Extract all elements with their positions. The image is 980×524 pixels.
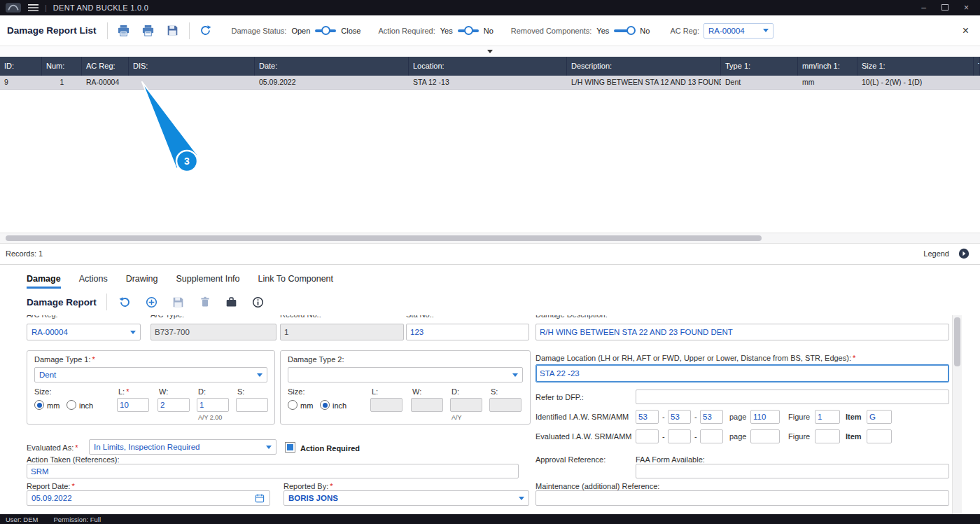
print-preview-icon[interactable] (140, 22, 157, 39)
sta-number-field[interactable] (406, 324, 529, 340)
tab-actions[interactable]: Actions (79, 274, 108, 289)
horizontal-scrollbar[interactable] (0, 233, 980, 244)
refresh-icon[interactable] (197, 22, 214, 39)
identified-item-field[interactable] (867, 410, 892, 424)
vertical-scrollbar[interactable] (952, 315, 962, 514)
column-header-description[interactable]: Description: (567, 57, 721, 76)
column-header-acreg[interactable]: AC Reg: (82, 57, 129, 76)
damage-type1-select[interactable]: Dent (34, 367, 267, 382)
column-header-dis[interactable]: DIS: (129, 57, 255, 76)
cell-date: 05.09.2022 (255, 76, 409, 89)
tab-drawing[interactable]: Drawing (126, 274, 158, 289)
approval-reference-field[interactable] (636, 464, 949, 478)
panel-close-icon[interactable]: × (962, 25, 973, 37)
removed-components-toggle[interactable] (614, 26, 635, 35)
evaluated-figure-field[interactable] (815, 429, 840, 443)
d2-field (450, 398, 482, 412)
evaluated-as-select[interactable]: In Limits, Inspection Required (89, 439, 276, 455)
vertical-scrollbar-thumb[interactable] (954, 317, 960, 366)
hamburger-menu-icon[interactable] (27, 0, 38, 16)
damage-location-field[interactable] (536, 364, 949, 382)
damage-location-label: Damage Location (LH or RH, AFT or FWD, U… (536, 354, 855, 362)
dash: - (694, 432, 697, 441)
identified-subject-field[interactable] (700, 410, 723, 424)
s2-label: S: (491, 387, 498, 396)
ac-reg-filter-select[interactable]: RA-00004 (704, 23, 774, 39)
column-header-type1[interactable]: Type 1: (721, 57, 798, 76)
damage-type2-select[interactable] (288, 367, 523, 382)
collapse-panel-icon[interactable] (487, 50, 493, 53)
d1-field[interactable] (197, 398, 229, 412)
records-bar: Records: 1 Legend (0, 243, 980, 265)
identified-chapter-field[interactable] (636, 410, 659, 424)
l1-field[interactable] (117, 398, 149, 412)
ac-reg-select[interactable]: RA-00004 (27, 324, 141, 340)
reported-by-select[interactable]: BORIS JONS (284, 490, 529, 506)
unit2-mm-radio[interactable]: mm (288, 400, 313, 410)
calendar-icon[interactable] (254, 492, 265, 504)
maintenance-reference-field[interactable] (536, 490, 949, 506)
removed-components-yes: Yes (596, 27, 609, 35)
chevron-down-icon (266, 446, 272, 449)
legend-label: Legend (923, 249, 949, 258)
identified-figure-field[interactable] (815, 410, 840, 424)
report-date-field[interactable]: 05.09.2022 (27, 490, 270, 506)
w1-field[interactable] (158, 398, 190, 412)
horizontal-scrollbar-thumb[interactable] (6, 235, 762, 241)
titlebar-divider: | (45, 4, 47, 12)
w2-field (411, 398, 443, 412)
damage-status-toggle[interactable] (315, 26, 336, 35)
unit2-inch-radio[interactable]: inch (320, 400, 346, 410)
removed-components-no: No (640, 27, 650, 35)
column-header-num[interactable]: Num: (42, 57, 82, 76)
column-header-id[interactable]: ID: (0, 57, 42, 76)
evaluated-as-value: In Limits, Inspection Required (94, 443, 200, 451)
refer-dfp-field[interactable] (636, 389, 949, 404)
tab-link-to-component[interactable]: Link To Component (258, 274, 333, 289)
maintenance-reference-label: Maintenance (additional) Reference: (536, 482, 659, 490)
window-close-icon[interactable]: × (964, 0, 969, 15)
unit1-mm-radio[interactable]: mm (34, 400, 59, 410)
action-required-checkbox[interactable]: Action Required (285, 442, 360, 453)
callout-number: 3 (184, 156, 190, 167)
ac-reg-filter-value: RA-00004 (708, 27, 745, 35)
damage-description-field[interactable] (536, 324, 949, 340)
tab-supplement-info[interactable]: Supplement Info (176, 274, 240, 289)
cell-mminch: mm (798, 76, 858, 89)
add-icon[interactable] (144, 294, 160, 310)
detail-tabs: Damage Actions Drawing Supplement Info L… (0, 266, 980, 289)
evaluated-subject-field[interactable] (700, 429, 723, 443)
column-header-date[interactable]: Date: (255, 57, 409, 76)
column-header-cut[interactable]: T (974, 57, 980, 76)
cell-dis (129, 76, 255, 89)
briefcase-icon[interactable] (223, 294, 240, 310)
identified-page-field[interactable] (750, 410, 780, 424)
clipped-label-row: A/C Reg: A/C Type: Record No.: Sta No.: … (0, 315, 980, 322)
column-header-mminch1[interactable]: mm/inch 1: (798, 57, 858, 76)
legend-icon[interactable] (958, 247, 970, 260)
action-taken-field[interactable] (27, 464, 519, 478)
s1-field[interactable] (236, 398, 268, 412)
column-header-size1[interactable]: Size 1: (858, 57, 974, 76)
evaluated-page-field[interactable] (750, 429, 780, 443)
evaluated-item-label: Item (846, 432, 862, 441)
toolbar-save-icon[interactable] (164, 22, 181, 39)
table-row[interactable]: 9 1 RA-00004 05.09.2022 STA 12 -13 L/H W… (0, 76, 980, 90)
reported-by-value: BORIS JONS (288, 494, 338, 502)
action-required-toggle[interactable] (458, 26, 479, 35)
undo-icon[interactable] (117, 294, 134, 310)
window-restore-icon[interactable] (941, 0, 948, 15)
evaluated-item-field[interactable] (867, 429, 892, 443)
toolbar-divider (107, 22, 108, 39)
unit1-inch-radio[interactable]: inch (66, 400, 93, 410)
info-icon[interactable] (250, 294, 267, 310)
window-minimize-icon[interactable]: – (921, 0, 926, 15)
print-icon[interactable] (115, 22, 132, 39)
evaluated-section-field[interactable] (668, 429, 691, 443)
dash: - (694, 413, 697, 421)
l1-label: L:* (118, 387, 129, 396)
identified-section-field[interactable] (668, 410, 691, 424)
tab-damage[interactable]: Damage (27, 274, 61, 289)
evaluated-chapter-field[interactable] (636, 429, 659, 443)
column-header-location[interactable]: Location: (409, 57, 567, 76)
